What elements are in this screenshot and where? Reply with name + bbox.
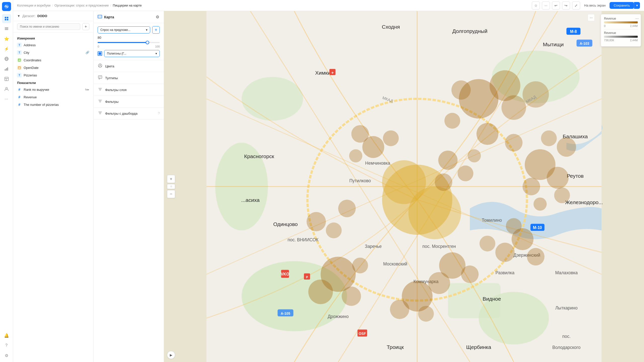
layer-dropdown[interactable]: Спрос на предложе... ▾ [98,26,150,33]
field-address[interactable]: T Address [13,41,93,49]
top-bar: Коллекции и воркбуки / Организации: спро… [13,0,644,11]
zoom-out-button[interactable]: − [167,190,175,198]
panel-header: Карта ⚙ [94,11,164,23]
polygon-dropdown[interactable]: Полигоны (Г... ▾ [104,50,160,57]
legend-more-button[interactable]: ··· [635,16,639,21]
nav-person-icon[interactable] [2,84,11,94]
layer-dropdown-label: Спрос на предложе... [100,28,130,32]
svg-text:Щербинка: Щербинка [466,344,491,350]
nav-settings-icon[interactable]: ⚙ [2,351,11,360]
svg-text:VKO: VKO [281,272,289,276]
slider-range: 0 100 [98,45,160,48]
breadcrumb-part1[interactable]: Коллекции и воркбуки [17,4,51,7]
nav-table-icon[interactable] [2,74,11,83]
app-logo[interactable] [2,2,11,11]
play-button[interactable]: ▶ [167,351,175,359]
dashboard-filters-section[interactable]: Фильтры с дашборда ? [94,108,164,119]
svg-text:Видное: Видное [483,296,501,302]
nav-star-icon[interactable]: ⭐ [2,34,11,43]
tooltips-label: Тултипы [105,76,160,80]
colors-section[interactable]: Цвета [94,60,164,72]
svg-point-119 [352,258,368,274]
colors-icon [98,63,103,69]
nav-help-icon[interactable]: ? [2,341,11,350]
nav-more-icon[interactable]: ··· [2,95,11,104]
nav-bell-icon[interactable]: 🔔 [2,331,11,340]
zoom-in-button[interactable]: + [167,175,175,183]
svg-point-93 [451,80,471,100]
polygon-checkbox[interactable] [98,51,102,56]
search-input[interactable] [17,23,80,30]
map-legend: ··· Revenue 0 2,44М Revenue 738,83К 2,44… [601,14,641,47]
dataset-label: Датасет: [22,14,35,18]
polygon-row: Полигоны (Г... ▾ [98,50,160,57]
save-dropdown-button[interactable]: ▾ [634,2,640,9]
breadcrumb-sep2: / [110,4,111,7]
legend-title-1: Revenue [604,17,638,20]
save-button[interactable]: Сохранить [610,2,634,9]
field-fx-rank: fм▸ [85,88,89,91]
fullscreen-button[interactable]: На весь экран [582,3,608,8]
svg-text:А-105: А-105 [281,311,290,315]
field-rank[interactable]: # Rank по выручке fм▸ [13,86,93,93]
collapse-icon[interactable]: ▼ [17,14,20,18]
field-icon-address: T [17,43,22,47]
svg-text:Сходня: Сходня [382,24,400,30]
legend-divider [604,29,638,30]
svg-text:Заречье: Заречье [365,244,382,249]
svg-point-129 [468,149,481,162]
drag-handle[interactable]: ⠿ [167,184,175,189]
field-revenue[interactable]: # Revenue [13,93,93,101]
nav-list-icon[interactable] [2,24,11,33]
link-icon-city: 🔗 [86,51,89,54]
svg-rect-12 [7,67,8,71]
field-city[interactable]: T City 🔗 [13,49,93,56]
favorite-button[interactable]: ☆ [532,2,540,10]
svg-rect-20 [18,67,21,69]
nav-chart-icon[interactable] [2,64,11,73]
undo-button[interactable]: ↩ [552,2,560,10]
map-more-button[interactable]: ··· [588,14,595,21]
field-pizzerias-count[interactable]: # The number of pizzerias [13,101,93,108]
field-pizzerias[interactable]: T Pizzerias [13,71,93,79]
gear-button[interactable]: ⚙ [155,14,160,20]
svg-text:...асиха: ...асиха [241,197,260,203]
layer-add-button[interactable]: + [152,26,160,34]
dashboard-filters-help[interactable]: ? [158,112,160,115]
tooltips-section[interactable]: Тултипы [94,72,164,84]
svg-text:OSF: OSF [359,332,366,336]
tooltips-icon [98,75,103,81]
svg-text:Мытищи: Мытищи [543,41,564,47]
field-icon-city: T [17,50,22,55]
field-name-rank: Rank по выручке [24,88,83,92]
svg-point-104 [541,130,557,146]
breadcrumb-part2[interactable]: Организации: спрос и предложение [55,4,109,7]
svg-point-102 [534,198,547,211]
nav-grid-icon[interactable] [2,14,11,23]
dataset-header: ▼ Датасет: DODO [13,11,93,21]
svg-text:Лыткарино: Лыткарино [555,305,577,310]
layer-dropdown-arrow: ▾ [146,28,147,32]
field-coordinates[interactable]: Coordinates [13,56,93,64]
redo-button[interactable]: ↪ [562,2,570,10]
expand-button[interactable]: ⤢ [572,2,580,10]
main-content: Коллекции и воркбуки / Организации: спро… [13,0,644,362]
svg-text:Долгопрудный: Долгопрудный [452,28,488,34]
svg-point-124 [362,136,384,158]
more-options-button[interactable]: ··· [542,2,550,10]
svg-rect-26 [98,76,102,78]
layer-filters-section[interactable]: Фильтры слоя [94,84,164,96]
field-opendate[interactable]: OpenDate [13,64,93,71]
map-area[interactable]: М-8 М-10 А-103 А-105 Сходня Долгопрудный… [164,11,644,362]
field-icon-pizzerias: T [17,73,22,77]
nav-bolt-icon[interactable]: ⚡ [2,44,11,53]
nav-link-icon[interactable] [2,54,11,63]
field-name-coordinates: Coordinates [24,58,89,62]
dimensions-title: Измерения [13,34,93,41]
add-field-button[interactable]: + [82,23,89,30]
filters-section[interactable]: Фильтры [94,96,164,108]
slider-thumb[interactable] [146,41,149,44]
content-row: ▼ Датасет: DODO + Измерения T Address T … [13,11,644,362]
svg-rect-4 [5,27,8,28]
svg-rect-13 [5,77,8,81]
